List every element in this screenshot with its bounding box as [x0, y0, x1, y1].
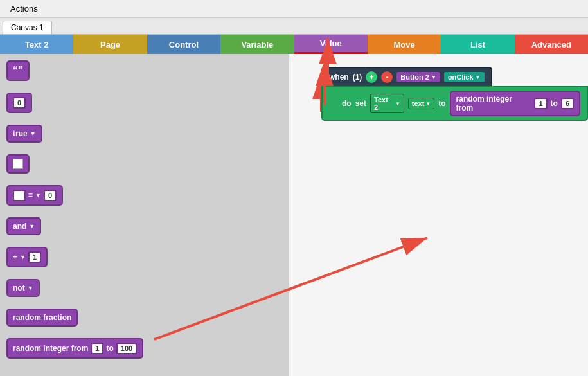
text-prop-dropdown[interactable]: text ▼	[408, 98, 434, 109]
quote-block-row: “”	[6, 60, 283, 87]
actions-menu[interactable]: Actions	[5, 1, 43, 16]
boolean-block[interactable]: true ▼	[6, 125, 42, 143]
square-block-row	[6, 154, 283, 180]
add-condition-button[interactable]: +	[366, 71, 377, 83]
when-block-container: when (1) + - Button 2 ▼ onClick ▼ do set…	[321, 67, 588, 121]
not-block[interactable]: not ▼	[6, 279, 40, 297]
main-area: “” 0 true ▼	[0, 54, 588, 376]
when-header: when (1) + - Button 2 ▼ onClick ▼	[321, 67, 492, 87]
number-value: 0	[13, 97, 26, 109]
plus-block[interactable]: + ▼ 1	[6, 247, 48, 267]
remove-condition-button[interactable]: -	[381, 71, 393, 83]
tabbar: Canvas 1	[0, 18, 588, 35]
cat-value[interactable]: Value	[294, 35, 368, 54]
not-block-row: not ▼	[6, 279, 283, 303]
canvas1-tab[interactable]: Canvas 1	[3, 21, 52, 34]
color-swatch	[13, 159, 23, 169]
number-block-row: 0	[6, 93, 283, 120]
rand-to-input[interactable]: 6	[561, 98, 574, 109]
category-bar: Text 2 Page Control Variable Value Move …	[0, 35, 588, 54]
blocks-panel: “” 0 true ▼	[0, 54, 289, 376]
plus-block-row: + ▼ 1	[6, 247, 283, 274]
cat-text2[interactable]: Text 2	[0, 35, 73, 54]
random-integer-block-row: random integer from 1 to 100	[6, 338, 283, 365]
equals-block-row: = ▼ 0	[6, 185, 283, 212]
color-block[interactable]	[6, 154, 30, 174]
random-fraction-block[interactable]: random fraction	[6, 309, 78, 327]
cat-move[interactable]: Move	[368, 35, 441, 54]
rand-from-input[interactable]: 1	[534, 98, 547, 109]
do-body: do set Text 2 ▼ text ▼ to random integer…	[321, 86, 588, 121]
onclick-dropdown[interactable]: onClick ▼	[444, 72, 485, 82]
boolean-block-row: true ▼	[6, 125, 283, 149]
random-integer-block[interactable]: random integer from 1 to 100	[6, 338, 143, 359]
canvas-random-int-block[interactable]: random integer from 1 to 6	[450, 91, 580, 116]
and-block-row: and ▼	[6, 217, 283, 242]
equals-block[interactable]: = ▼ 0	[6, 185, 63, 206]
cat-control[interactable]: Control	[147, 35, 220, 54]
cat-list[interactable]: List	[441, 35, 514, 54]
text2-dropdown-canvas[interactable]: Text 2 ▼	[370, 94, 404, 113]
cat-advanced[interactable]: Advanced	[515, 35, 588, 54]
random-fraction-block-row: random fraction	[6, 309, 283, 333]
and-block[interactable]: and ▼	[6, 217, 41, 235]
menubar: Actions	[0, 0, 588, 18]
cat-variable[interactable]: Variable	[220, 35, 294, 54]
button2-dropdown[interactable]: Button 2 ▼	[396, 72, 440, 82]
number-block[interactable]: 0	[6, 93, 32, 113]
cat-page[interactable]: Page	[73, 35, 147, 54]
quote-block[interactable]: “”	[6, 60, 30, 81]
canvas-area: when (1) + - Button 2 ▼ onClick ▼ do set…	[289, 54, 588, 376]
